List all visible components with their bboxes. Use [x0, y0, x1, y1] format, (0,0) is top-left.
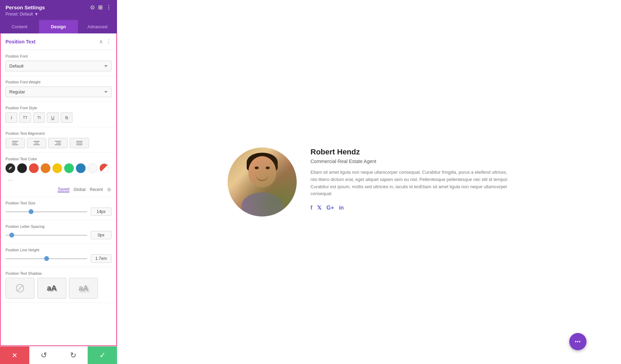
line-slider-row: 1.7em — [6, 254, 111, 263]
align-center-btn[interactable] — [27, 138, 46, 148]
close-button[interactable]: ✕ — [0, 346, 29, 364]
style-buttons: I TT Tt U S — [6, 112, 111, 123]
size-value[interactable]: 14px — [91, 208, 111, 216]
size-slider[interactable] — [6, 211, 87, 212]
sidebar-content: Position Text ∧ ⋮ Position Font Default … — [0, 33, 117, 346]
collapse-icon[interactable]: ∧ — [99, 38, 103, 45]
person-card: Robert Hendz Commercial Real Estate Agen… — [214, 134, 524, 230]
size-label: Position Text Size — [6, 201, 111, 205]
text-size-group: Position Text Size 14px — [1, 197, 116, 220]
align-justify-btn[interactable] — [70, 138, 89, 148]
avatar-image — [228, 148, 297, 216]
color-orange[interactable] — [41, 163, 50, 173]
style-label: Position Font Style — [6, 106, 111, 110]
reset-button[interactable]: ↺ — [29, 346, 59, 364]
color-tab-saved[interactable]: Saved — [58, 187, 69, 192]
size-slider-row: 14px — [6, 208, 111, 216]
sidebar-tabs: Content Design Advanced — [0, 20, 117, 33]
columns-icon[interactable]: ⊞ — [98, 4, 102, 11]
person-bio: Etiam sit amet ligula non neque ullamcor… — [310, 169, 511, 198]
line-height-group: Position Line Height 1.7em — [1, 244, 116, 267]
color-group: Position Text Color ··· Saved Global Rec… — [1, 153, 116, 197]
save-button[interactable]: ✓ — [88, 346, 117, 364]
shadow-label: Position Text Shadow — [6, 271, 111, 275]
color-swatches: ··· — [6, 163, 111, 185]
alignment-group: Position Text Alignment — [1, 127, 116, 153]
position-font-group: Position Font Default Arial Georgia Verd… — [1, 50, 116, 76]
shadow-buttons: aA aA — [6, 278, 111, 299]
sidebar-title-icons: ⊙ ⊞ ⋮ — [90, 4, 111, 11]
more-icon[interactable]: ⋮ — [106, 4, 111, 11]
social-icons: f 𝕏 G+ in — [310, 204, 511, 211]
color-white[interactable] — [88, 163, 97, 173]
person-info: Robert Hendz Commercial Real Estate Agen… — [310, 148, 511, 211]
social-googleplus[interactable]: G+ — [326, 205, 334, 211]
fab-label: ••• — [575, 339, 581, 344]
font-style-group: Position Font Style I TT Tt U S — [1, 102, 116, 127]
font-weight-group: Position Font Weight Regular Bold Light … — [1, 76, 116, 102]
text-shadow-group: Position Text Shadow aA aA — [1, 267, 116, 303]
uppercase-btn[interactable]: TT — [19, 112, 31, 123]
alignment-label: Position Text Alignment — [6, 131, 111, 135]
color-yellow[interactable] — [52, 163, 62, 173]
close-icon: ✕ — [12, 351, 18, 360]
history-button[interactable]: ↻ — [59, 346, 88, 364]
shadow-style2-btn[interactable]: aA — [69, 278, 98, 299]
alignment-buttons — [6, 138, 111, 148]
color-red[interactable] — [29, 163, 39, 173]
line-value[interactable]: 1.7em — [91, 254, 111, 263]
sidebar: Person Settings ⊙ ⊞ ⋮ Preset: Default▼ C… — [0, 0, 117, 364]
preset-arrow[interactable]: ▼ — [34, 12, 38, 17]
section-header: Position Text ∧ ⋮ — [1, 33, 116, 50]
color-black[interactable] — [17, 163, 27, 173]
letter-slider[interactable] — [6, 235, 87, 236]
color-tab-recent[interactable]: Recent — [90, 187, 103, 192]
section-header-icons: ∧ ⋮ — [99, 38, 111, 45]
line-label: Position Line Height — [6, 248, 111, 252]
tab-design[interactable]: Design — [39, 20, 78, 33]
color-label: Position Text Color — [6, 157, 111, 161]
social-facebook[interactable]: f — [310, 205, 312, 211]
color-blue[interactable] — [76, 163, 86, 173]
history-icon: ↻ — [70, 351, 76, 360]
tab-advanced[interactable]: Advanced — [78, 20, 117, 33]
main-canvas: Robert Hendz Commercial Real Estate Agen… — [117, 0, 621, 364]
tab-content[interactable]: Content — [0, 20, 39, 33]
shadow-none-btn[interactable] — [6, 278, 34, 299]
person-avatar — [228, 148, 297, 216]
font-label: Position Font — [6, 54, 111, 58]
eyedropper-btn[interactable] — [6, 163, 15, 173]
color-tabs: Saved Global Recent ⚙ — [6, 187, 111, 192]
preset-label: Preset: Default▼ — [6, 12, 111, 17]
color-tab-global[interactable]: Global — [73, 187, 86, 192]
line-slider[interactable] — [6, 258, 87, 259]
section-more-icon[interactable]: ⋮ — [106, 38, 111, 45]
color-green[interactable] — [64, 163, 74, 173]
font-select[interactable]: Default Arial Georgia Verdana — [6, 61, 111, 71]
sidebar-header: Person Settings ⊙ ⊞ ⋮ Preset: Default▼ — [0, 0, 117, 20]
color-settings-icon[interactable]: ⚙ — [107, 187, 111, 192]
color-custom[interactable] — [99, 163, 109, 173]
person-name: Robert Hendz — [310, 148, 511, 156]
shadow-style1-btn[interactable]: aA — [37, 278, 66, 299]
sidebar-title-row: Person Settings ⊙ ⊞ ⋮ — [6, 4, 111, 11]
social-twitter[interactable]: 𝕏 — [317, 204, 322, 211]
italic-btn[interactable]: I — [6, 112, 17, 123]
letter-label: Position Letter Spacing — [6, 224, 111, 229]
weight-select[interactable]: Regular Bold Light Medium — [6, 87, 111, 97]
strikethrough-btn[interactable]: S — [61, 112, 72, 123]
align-right-btn[interactable] — [48, 138, 68, 148]
capitalize-btn[interactable]: Tt — [33, 112, 45, 123]
social-linkedin[interactable]: in — [339, 205, 344, 211]
color-more-btn[interactable]: ··· — [6, 175, 15, 185]
letter-slider-row: 0px — [6, 231, 111, 239]
sidebar-footer: ✕ ↺ ↻ ✓ — [0, 346, 117, 364]
align-left-btn[interactable] — [6, 138, 25, 148]
underline-btn[interactable]: U — [47, 112, 59, 123]
fab-button[interactable]: ••• — [569, 333, 586, 350]
letter-value[interactable]: 0px — [91, 231, 111, 239]
target-icon[interactable]: ⊙ — [90, 4, 95, 11]
section-title: Position Text — [6, 39, 36, 44]
reset-icon: ↺ — [41, 351, 47, 360]
save-icon: ✓ — [99, 351, 106, 360]
